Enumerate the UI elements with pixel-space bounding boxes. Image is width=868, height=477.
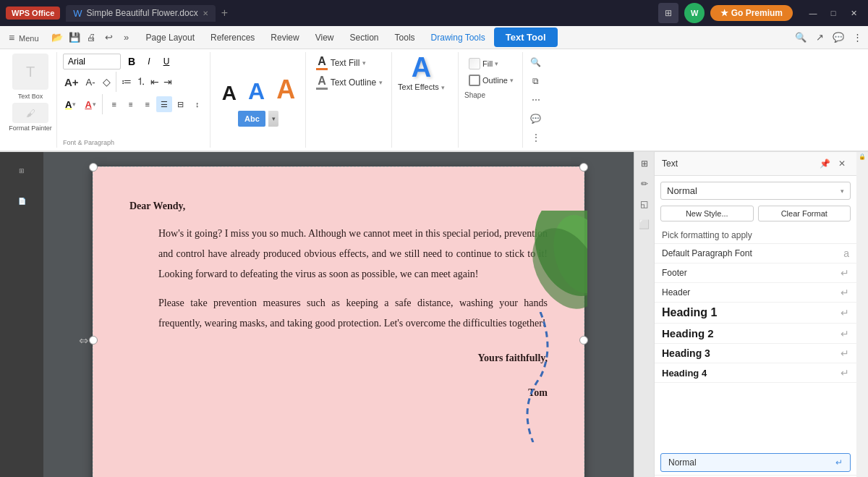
- style-item-header[interactable]: Header ↵: [655, 283, 856, 303]
- vert-frame-icon[interactable]: ⬜: [636, 216, 653, 233]
- text-outline-dropdown[interactable]: ▾: [379, 79, 383, 86]
- font-color-button[interactable]: A ▾: [82, 98, 98, 111]
- text-fill-dropdown[interactable]: ▾: [362, 59, 366, 67]
- indent-dec-button[interactable]: ⇤: [149, 75, 161, 89]
- new-style-button[interactable]: New Style...: [660, 206, 754, 221]
- increase-font-button[interactable]: A+: [63, 75, 80, 90]
- ribbon-more-icon[interactable]: ⋯: [527, 91, 545, 109]
- style-selector[interactable]: Normal ▾: [660, 182, 851, 200]
- wordart-a-black[interactable]: A: [219, 80, 239, 106]
- view-switch-button[interactable]: ⊞: [658, 3, 678, 23]
- more-icon[interactable]: ⋮: [849, 30, 865, 46]
- search-icon[interactable]: 🔍: [793, 30, 809, 46]
- line-spacing-button[interactable]: ↕: [190, 96, 205, 112]
- doc-tab-close[interactable]: ✕: [203, 9, 208, 17]
- align-left-button[interactable]: ≡: [106, 96, 122, 112]
- italic-button[interactable]: I: [141, 54, 157, 69]
- style-item-heading3[interactable]: Heading 3 ↵: [655, 344, 856, 363]
- hamburger-menu[interactable]: ≡ Menu: [3, 29, 45, 46]
- fill-button[interactable]: Fill ▾: [464, 56, 518, 71]
- wordart-abc-button[interactable]: Abc: [238, 111, 265, 127]
- menu-review[interactable]: Review: [263, 30, 306, 46]
- open-icon[interactable]: 📂: [49, 30, 65, 46]
- wps-logo[interactable]: WPS Office: [6, 7, 60, 20]
- maximize-button[interactable]: □: [825, 4, 842, 22]
- share-icon[interactable]: ↗: [812, 30, 827, 46]
- document-tab[interactable]: W Simple Beautiful Flower.docx ✕: [66, 5, 215, 22]
- align-right-button[interactable]: ≡: [140, 96, 156, 112]
- ribbon-menu-icon[interactable]: ⋮: [527, 129, 545, 146]
- user-avatar[interactable]: W: [684, 3, 705, 23]
- vert-pencil-icon[interactable]: ✏: [636, 175, 653, 193]
- menu-references[interactable]: References: [203, 30, 262, 46]
- ribbon-chat-icon[interactable]: 💬: [527, 110, 545, 127]
- format-painter-button[interactable]: 🖌: [12, 103, 48, 123]
- comment-icon[interactable]: 💬: [830, 30, 846, 46]
- menu-view[interactable]: View: [308, 30, 341, 46]
- clear-format-button[interactable]: Clear Format: [758, 206, 851, 221]
- wordart-dropdown[interactable]: ▾: [268, 111, 278, 127]
- align-center-button[interactable]: ≡: [124, 96, 138, 112]
- go-premium-button[interactable]: ★ Go Premium: [710, 5, 793, 21]
- text-effects-label[interactable]: Text Effects ▾: [398, 83, 445, 91]
- style-item-default-font[interactable]: Default Paragraph Font a: [655, 244, 856, 263]
- textbox-button[interactable]: T: [12, 54, 48, 90]
- text-outline-button[interactable]: A Text Outline ▾: [312, 73, 387, 91]
- document-area[interactable]: ⇔ Dear Wendy, How's it going? I miss you…: [43, 152, 634, 477]
- bullets-button[interactable]: ≔: [120, 75, 133, 89]
- handle-top-right[interactable]: [579, 163, 588, 172]
- nav-thumbnail-icon[interactable]: ⊞: [7, 158, 36, 184]
- scroll-lock-icon[interactable]: 🔒: [859, 153, 866, 160]
- add-tab-button[interactable]: +: [221, 7, 228, 20]
- menu-text-tool[interactable]: Text Tool: [494, 28, 558, 47]
- style-item-heading2[interactable]: Heading 2 ↵: [655, 324, 856, 344]
- handle-mid-left[interactable]: [89, 336, 98, 345]
- bottom-style-selector[interactable]: Normal ↵: [660, 453, 851, 472]
- align-distribute-button[interactable]: ⊟: [173, 96, 189, 112]
- vert-shape-icon[interactable]: ◱: [636, 195, 653, 213]
- font-name-input[interactable]: [63, 54, 121, 69]
- outline-dropdown[interactable]: ▾: [510, 77, 514, 84]
- panel-pin-button[interactable]: 📌: [817, 156, 832, 171]
- style-item-heading4[interactable]: Heading 4 ↵: [655, 363, 856, 383]
- print-icon[interactable]: 🖨: [84, 30, 100, 46]
- menu-section[interactable]: Section: [343, 30, 386, 46]
- font-color-dropdown[interactable]: ▾: [93, 101, 96, 108]
- highlight-dropdown[interactable]: ▾: [72, 101, 76, 108]
- vert-scroll-up[interactable]: ▲: [636, 473, 653, 477]
- minimize-button[interactable]: —: [804, 4, 822, 22]
- numbering-button[interactable]: ⒈: [135, 74, 148, 90]
- indent-inc-button[interactable]: ⇥: [162, 75, 174, 89]
- vert-table-icon[interactable]: ⊞: [636, 155, 653, 172]
- handle-top-left[interactable]: [89, 163, 98, 172]
- align-justify-button[interactable]: ☰: [156, 96, 172, 112]
- wordart-a-blue[interactable]: A: [245, 77, 268, 106]
- menu-drawing-tools[interactable]: Drawing Tools: [424, 30, 493, 46]
- style-item-heading1[interactable]: Heading 1 ↵: [655, 303, 856, 324]
- ribbon-search-icon[interactable]: 🔍: [527, 54, 545, 71]
- outline-button[interactable]: Outline ▾: [464, 73, 518, 88]
- wordart-a-orange[interactable]: A: [273, 73, 298, 106]
- text-fill-button[interactable]: A Text Fill ▾: [312, 54, 370, 72]
- clear-format-button[interactable]: ◇: [101, 75, 112, 89]
- underline-button[interactable]: U: [158, 54, 174, 69]
- menu-tools[interactable]: Tools: [388, 30, 422, 46]
- save-icon[interactable]: 💾: [67, 30, 82, 46]
- expand-icon[interactable]: »: [119, 30, 135, 46]
- style-item-footer[interactable]: Footer ↵: [655, 263, 856, 283]
- ribbon-effects-section: A Text Effects ▾: [393, 52, 459, 148]
- close-button[interactable]: ✕: [845, 4, 862, 22]
- decrease-font-button[interactable]: A-: [85, 75, 97, 89]
- highlight-button[interactable]: A ▾: [63, 98, 78, 111]
- undo-icon[interactable]: ↩: [101, 30, 117, 46]
- fill-dropdown[interactable]: ▾: [495, 60, 498, 67]
- bold-button[interactable]: B: [124, 54, 140, 69]
- text-effects-a-icon[interactable]: A: [412, 54, 431, 81]
- doc-paragraph1[interactable]: How's it going? I miss you so much. Alth…: [129, 224, 548, 284]
- menu-page-layout[interactable]: Page Layout: [139, 30, 202, 46]
- panel-close-button[interactable]: ✕: [835, 156, 849, 171]
- nav-pages-icon[interactable]: 📄: [7, 188, 36, 214]
- handle-mid-right[interactable]: [579, 336, 588, 345]
- doc-paragraph2[interactable]: Please take prevention measures such as …: [129, 293, 548, 334]
- ribbon-copy-icon[interactable]: ⧉: [527, 72, 545, 90]
